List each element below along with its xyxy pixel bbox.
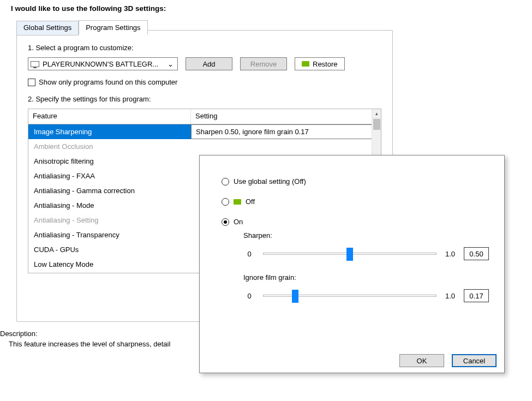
sharpen-slider-thumb[interactable] [346, 248, 353, 261]
sharpen-label: Sharpen: [243, 231, 489, 240]
grain-slider[interactable] [263, 295, 437, 297]
grain-min: 0 [243, 292, 255, 300]
sharpen-min: 0 [243, 250, 255, 258]
feature-name: CUDA - GPUs [28, 242, 191, 257]
radio-off[interactable] [222, 198, 229, 206]
feature-setting [191, 139, 381, 154]
feature-name: Antialiasing - Setting [28, 213, 191, 228]
feature-name: Antialiasing - Mode [28, 198, 191, 213]
feature-name: Image Sharpening [28, 124, 191, 139]
column-feature[interactable]: Feature [28, 109, 191, 124]
grain-slider-thumb[interactable] [292, 290, 298, 303]
show-only-checkbox[interactable] [28, 79, 35, 86]
scroll-up-icon[interactable]: ▴ [372, 109, 381, 118]
remove-button[interactable]: Remove [240, 57, 287, 70]
feature-name: Antialiasing - FXAA [28, 169, 191, 183]
tab-program-settings[interactable]: Program Settings [79, 20, 147, 35]
program-icon [31, 61, 39, 67]
nvidia-icon [302, 61, 309, 67]
sharpen-max: 1.0 [444, 250, 456, 258]
feature-setting-value: Sharpen 0.50, ignore film grain 0.17 [196, 124, 309, 139]
step2-label: 2. Specify the settings for this program… [28, 95, 381, 103]
restore-button-label: Restore [313, 60, 338, 68]
radio-off-label: Off [246, 197, 255, 206]
radio-use-global[interactable] [222, 178, 229, 185]
ok-button[interactable]: OK [399, 354, 444, 367]
tab-bar: Global Settings Program Settings [16, 20, 148, 35]
grain-label: Ignore film grain: [243, 273, 489, 282]
table-row[interactable]: Ambient Occlusion [28, 139, 381, 154]
nvidia-icon [234, 199, 241, 205]
tab-global-settings[interactable]: Global Settings [16, 21, 79, 35]
scroll-thumb[interactable] [373, 119, 380, 130]
column-setting[interactable]: Setting [191, 109, 381, 124]
add-button[interactable]: Add [186, 57, 232, 70]
cancel-button[interactable]: Cancel [452, 354, 497, 367]
sharpen-slider[interactable] [263, 253, 437, 255]
chevron-down-icon: ⌄ [165, 60, 175, 68]
image-sharpening-dialog: Use global setting (Off) Off On Sharpen:… [199, 155, 505, 373]
program-select-value: PLAYERUNKNOWN'S BATTLEGR... [43, 60, 165, 68]
table-row[interactable]: Image SharpeningSharpen 0.50, ignore fil… [28, 124, 381, 139]
feature-name: Anisotropic filtering [28, 154, 191, 169]
program-select[interactable]: PLAYERUNKNOWN'S BATTLEGR... ⌄ [28, 57, 178, 70]
feature-name: Antialiasing - Transparency [28, 228, 191, 242]
step1-label: 1. Select a program to customize: [28, 44, 381, 52]
grain-max: 1.0 [444, 292, 456, 300]
sharpen-value[interactable]: 0.50 [464, 247, 489, 260]
restore-button[interactable]: Restore [295, 57, 345, 70]
feature-name: Antialiasing - Gamma correction [28, 183, 191, 198]
feature-setting[interactable]: Sharpen 0.50, ignore film grain 0.17⌄ [191, 124, 381, 139]
show-only-label: Show only programs found on this compute… [39, 78, 177, 86]
radio-use-global-label: Use global setting (Off) [234, 177, 306, 185]
feature-name: Low Latency Mode [28, 257, 191, 272]
grain-value[interactable]: 0.17 [464, 289, 489, 302]
page-title: I would like to use the following 3D set… [0, 3, 532, 21]
radio-on[interactable] [222, 218, 229, 226]
feature-name: Ambient Occlusion [28, 139, 191, 154]
radio-on-label: On [234, 218, 243, 226]
